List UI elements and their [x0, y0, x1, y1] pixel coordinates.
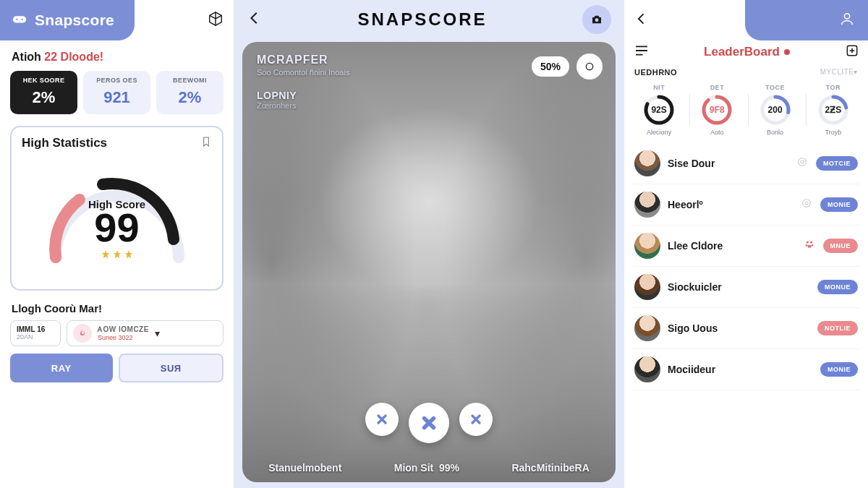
options-button[interactable] [576, 53, 603, 80]
svg-point-1 [16, 18, 17, 20]
svg-point-18 [805, 202, 808, 205]
avatar [634, 192, 660, 218]
svg-point-15 [799, 158, 807, 166]
leaderboard-row[interactable]: Heeorlº MONIE [633, 184, 859, 226]
user-name: Sigo Uous [668, 322, 790, 334]
photo-card: MCRAPFER Soo Comontoi ñnini Inoais LOPNI… [242, 42, 616, 482]
user-name: Llee Cldore [668, 240, 796, 252]
chevron-down-icon[interactable]: ▾ [155, 328, 163, 339]
status-dot-icon [784, 49, 790, 55]
camera-button[interactable] [582, 5, 611, 34]
leaderboard-row[interactable]: Llee Cldore MNUE [633, 226, 859, 267]
profile-icon[interactable] [839, 11, 855, 30]
action-chip[interactable]: MNUE [823, 239, 859, 253]
stat-card-3[interactable]: BEEWOMI 2% [156, 71, 224, 114]
gamepad-icon [12, 11, 27, 30]
metric-3[interactable]: TOR 2ƵS Troyb [806, 84, 861, 136]
metric-2[interactable]: TOCE 200 Bonlo [748, 84, 803, 136]
left-panel: Snapscore Atioh 22 Dloode! HEK SOORE 2% … [0, 0, 234, 488]
avatar [634, 233, 660, 259]
metric-1[interactable]: DET 9F8 Aoto [689, 84, 744, 136]
filter-dropdown[interactable]: MYCLITE▾ [820, 68, 858, 77]
action-chip[interactable]: MONUE [817, 280, 858, 294]
like-button[interactable] [459, 403, 493, 436]
svg-point-5 [844, 14, 849, 19]
svg-point-17 [803, 200, 811, 207]
high-stats-title: High Statistics [22, 136, 107, 150]
ring-icon: 2ƵS [817, 94, 849, 126]
avatar [634, 274, 660, 300]
row-status-icon [803, 239, 816, 253]
action-buttons [242, 403, 616, 443]
svg-point-4 [586, 63, 592, 69]
ring-icon: 9F8 [701, 94, 733, 126]
stat-card-1[interactable]: HEK SOORE 2% [10, 71, 77, 114]
user-name: Siockuicler [668, 281, 790, 293]
center-panel: SNAPSCORE MCRAPFER Soo Comontoi ñnini In… [234, 0, 624, 488]
leaderboard-row[interactable]: Siockuicler MONUE [633, 267, 859, 308]
menu-icon[interactable] [634, 45, 649, 59]
svg-point-19 [806, 241, 808, 244]
percent-badge: 50% [532, 56, 569, 77]
high-score-value: 99 [94, 207, 139, 248]
profile-overlay: MCRAPFER Soo Comontoi ñnini Inoais LOPNI… [257, 53, 349, 110]
action-chip[interactable]: MONIE [820, 197, 858, 212]
bookmark-icon[interactable] [200, 136, 212, 150]
stat-card-2[interactable]: PEROS OES 921 [83, 71, 150, 114]
right-topbar [624, 0, 868, 40]
ray-button[interactable]: RAY [10, 354, 113, 382]
leaderboard-header: LeaderBoard [624, 40, 868, 61]
photo-footer: Stanuelmobent Mion Sit 99% RahcMitinibeR… [242, 462, 616, 474]
app-title: SNAPSCORE [357, 9, 487, 30]
user-name: Heeorlº [668, 199, 793, 210]
leaderboard-row[interactable]: Sise Dour MOTCIE [633, 143, 859, 184]
leaderboard-title: LeaderBoard [704, 45, 790, 59]
svg-rect-0 [13, 16, 26, 22]
avatar [634, 356, 660, 382]
right-panel: LeaderBoard UEDHRNO MYCLITE▾ NIT 92S Ale… [624, 0, 868, 488]
greeting-text: Atioh 22 Dloode! [12, 51, 222, 64]
reject-button[interactable] [365, 403, 399, 436]
row-status-icon [800, 197, 813, 212]
super-button[interactable] [409, 403, 449, 443]
star-rating [101, 249, 134, 260]
svg-point-3 [595, 18, 599, 22]
avatar [634, 150, 660, 176]
back-button-right[interactable] [634, 12, 649, 29]
log-row: IMML 16 20AN ᎪOW IOMCZE Sunee 3022 ▾ [10, 320, 224, 346]
svg-point-16 [801, 160, 804, 163]
leaderboard-row[interactable]: Mociideur MONIE [633, 349, 859, 390]
leaderboard-list: Sise Dour MOTCIE Heeorlº MONIE Llee Cldo… [624, 143, 868, 488]
log-section-title: Llogh Coorù Mar! [12, 302, 222, 314]
score-gauge: High Score 99 [34, 156, 200, 279]
leaderboard-row[interactable]: Sigo Uous NOTLIE [633, 308, 859, 349]
metrics-row: NIT 92S Aleciony DET 9F8 Aoto TO [624, 81, 868, 143]
add-icon[interactable] [845, 43, 859, 61]
brand-name: Snapscore [35, 12, 114, 29]
back-button[interactable] [247, 10, 263, 29]
log-item[interactable]: ᎪOW IOMCZE Sunee 3022 ▾ [67, 320, 224, 346]
row-status-icon [796, 156, 809, 171]
fire-icon [73, 324, 92, 343]
action-chip[interactable]: MOTCIE [816, 156, 858, 171]
leaderboard-subheader: UEDHRNO MYCLITE▾ [624, 61, 868, 81]
center-header: SNAPSCORE [234, 0, 624, 39]
cube-icon[interactable] [208, 11, 224, 30]
avatar [634, 315, 660, 341]
user-name: Sise Dour [668, 158, 788, 169]
user-name: Mociideur [668, 364, 793, 375]
ring-icon: 92S [643, 94, 675, 126]
log-date[interactable]: IMML 16 20AN [10, 320, 61, 346]
svg-point-2 [22, 18, 23, 20]
sur-button[interactable]: SUЯ [119, 354, 224, 382]
svg-point-21 [805, 244, 807, 247]
action-chip[interactable]: MONIE [820, 362, 858, 377]
brand-pill[interactable]: Snapscore [0, 0, 135, 40]
accent-bar [745, 0, 868, 40]
svg-point-20 [810, 241, 812, 244]
action-chip[interactable]: NOTLIE [817, 321, 858, 335]
svg-point-23 [807, 245, 811, 248]
brand-bar: Snapscore [0, 0, 234, 40]
stat-cards: HEK SOORE 2% PEROS OES 921 BEEWOMI 2% [10, 71, 224, 114]
metric-0[interactable]: NIT 92S Aleciony [631, 84, 686, 136]
